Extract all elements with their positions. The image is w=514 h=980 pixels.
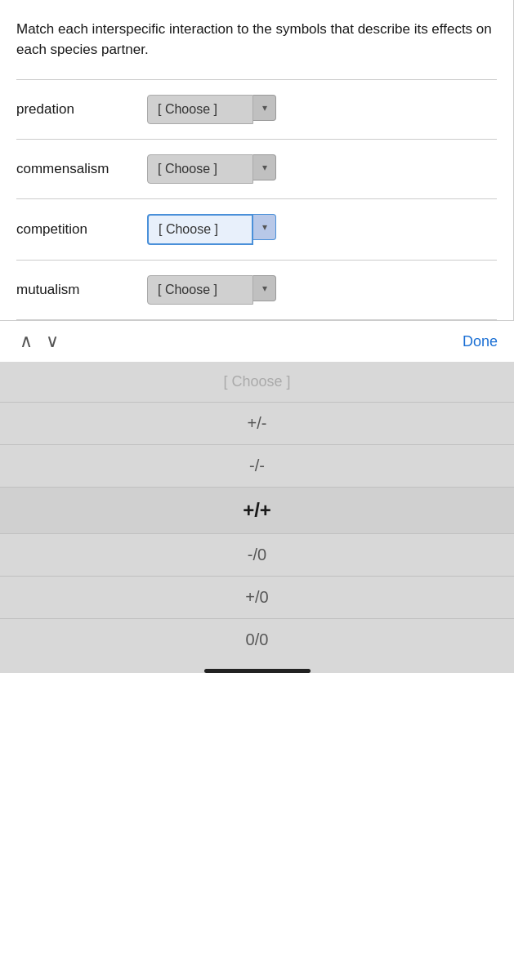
- label-mutualism: mutualism: [16, 282, 147, 298]
- dropdown-arrow-predation[interactable]: ▾: [253, 95, 276, 121]
- picker-item-minus-minus[interactable]: -/-: [0, 445, 514, 488]
- row-predation: predation[ Choose ]▾: [16, 80, 497, 140]
- dropdown-competition[interactable]: [ Choose ]: [147, 214, 253, 245]
- instructions-text: Match each interspecific interaction to …: [16, 20, 497, 60]
- dropdown-group-competition: [ Choose ]▾: [147, 214, 276, 245]
- done-button[interactable]: Done: [463, 333, 498, 350]
- row-mutualism: mutualism[ Choose ]▾: [16, 261, 497, 320]
- dropdown-arrow-commensalism[interactable]: ▾: [253, 154, 276, 180]
- nav-arrows: ∧ ∨: [16, 331, 62, 352]
- dropdown-arrow-competition[interactable]: ▾: [253, 214, 276, 240]
- dropdown-arrow-mutualism[interactable]: ▾: [253, 275, 276, 301]
- picker-item-plus-minus[interactable]: +/-: [0, 403, 514, 445]
- picker-bottom-bar: [204, 669, 311, 673]
- label-competition: competition: [16, 221, 147, 238]
- picker-item-plus-zero[interactable]: +/0: [0, 577, 514, 619]
- picker-item-choose[interactable]: [ Choose ]: [0, 362, 514, 403]
- nav-down-button[interactable]: ∨: [42, 331, 62, 352]
- label-commensalism: commensalism: [16, 161, 147, 177]
- main-panel: Match each interspecific interaction to …: [0, 0, 514, 320]
- rows-container: predation[ Choose ]▾commensalism[ Choose…: [16, 80, 497, 320]
- picker-items-container: [ Choose ]+/--/-+/+-/0+/00/0: [0, 362, 514, 661]
- dropdown-commensalism[interactable]: [ Choose ]: [147, 154, 253, 184]
- label-predation: predation: [16, 101, 147, 118]
- nav-up-button[interactable]: ∧: [16, 331, 36, 352]
- dropdown-predation[interactable]: [ Choose ]: [147, 95, 253, 124]
- picker-item-zero-zero[interactable]: 0/0: [0, 619, 514, 661]
- row-commensalism: commensalism[ Choose ]▾: [16, 140, 497, 199]
- picker-item-plus-plus[interactable]: +/+: [0, 488, 514, 534]
- nav-bar: ∧ ∨ Done: [0, 320, 514, 362]
- dropdown-mutualism[interactable]: [ Choose ]: [147, 275, 253, 305]
- picker-item-minus-zero[interactable]: -/0: [0, 534, 514, 577]
- dropdown-group-predation: [ Choose ]▾: [147, 95, 276, 124]
- row-competition: competition[ Choose ]▾: [16, 199, 497, 261]
- dropdown-group-commensalism: [ Choose ]▾: [147, 154, 276, 184]
- picker-panel: [ Choose ]+/--/-+/+-/0+/00/0: [0, 362, 514, 673]
- dropdown-group-mutualism: [ Choose ]▾: [147, 275, 276, 305]
